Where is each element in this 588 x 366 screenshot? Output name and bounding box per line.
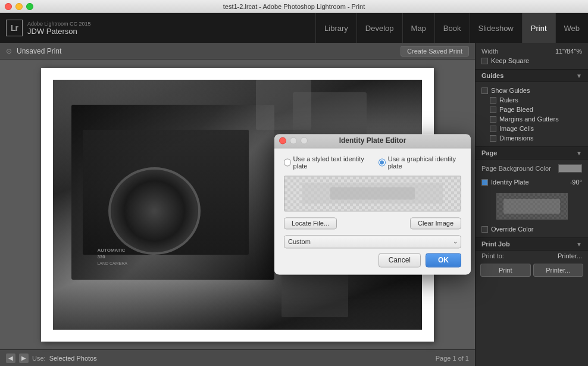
styled-text-label: Use a styled text identity plate (293, 155, 370, 170)
clear-image-button[interactable]: Clear Image (410, 217, 461, 229)
use-label: Use: (32, 355, 46, 362)
image-cells-checkbox[interactable] (490, 126, 496, 132)
page-section-header[interactable]: Page ▼ (476, 147, 588, 159)
graphical-option[interactable]: Use a graphical identity plate (379, 155, 461, 170)
minimize-button[interactable] (15, 3, 23, 10)
keep-square-label: Keep Square (491, 57, 529, 64)
page-bg-color-swatch[interactable] (558, 164, 582, 173)
custom-dropdown[interactable]: Custom (284, 235, 461, 248)
ok-button[interactable]: OK (426, 253, 461, 267)
width-value: 11"/84"% (555, 48, 582, 55)
modal-traffic-lights (279, 137, 308, 144)
create-saved-button[interactable]: Create Saved Print (401, 46, 469, 57)
user-name: JDW Paterson (27, 27, 91, 36)
dimensions-checkbox[interactable] (490, 135, 496, 142)
app-logo: Lr Adobe Lightroom CC 2015 JDW Paterson (6, 20, 91, 36)
traffic-lights (5, 3, 33, 10)
custom-select-wrapper: Custom (284, 235, 461, 248)
image-cells-label: Image Cells (499, 125, 534, 132)
right-panel: Width 11"/84"% Keep Square Guides ▼ Show… (475, 43, 588, 366)
close-button[interactable] (5, 3, 12, 10)
width-section: Width 11"/84"% Keep Square (476, 43, 588, 70)
app-version: Adobe Lightroom CC 2015 (27, 21, 91, 27)
modal-min-button[interactable] (290, 137, 297, 144)
nav-tabs: Library Develop Map Book Slideshow Print… (315, 13, 588, 43)
title-bar: test1-2.lrcat - Adobe Photoshop Lightroo… (0, 0, 588, 13)
tab-web[interactable]: Web (555, 13, 589, 43)
page-bleed-checkbox[interactable] (490, 107, 496, 113)
identity-plate-thumbnail[interactable] (496, 193, 568, 220)
styled-text-option[interactable]: Use a styled text identity plate (284, 155, 369, 170)
rulers-checkbox[interactable] (490, 97, 496, 104)
modal-titlebar: Identity Plate Editor (274, 134, 471, 148)
eye-icon: ⊙ (6, 47, 12, 55)
modal-file-row: Locate File... Clear Image (284, 217, 461, 229)
printer-button[interactable]: Printer... (533, 264, 584, 277)
print-job-header[interactable]: Print Job ▼ (476, 238, 588, 251)
print-job-label: Print Job (481, 240, 510, 248)
tab-slideshow[interactable]: Slideshow (470, 13, 522, 43)
print-job-arrow-icon: ▼ (576, 241, 582, 248)
show-guides-checkbox[interactable] (481, 87, 488, 94)
print-to-label: Print to: (481, 252, 504, 259)
prev-arrow[interactable]: ◀ (6, 354, 15, 363)
lr-badge: Lr (6, 20, 23, 36)
margins-gutters-checkbox[interactable] (490, 116, 496, 123)
tab-book[interactable]: Book (434, 13, 470, 43)
maximize-button[interactable] (26, 3, 33, 10)
canvas-toolbar: ⊙ Unsaved Print Create Saved Print (0, 43, 475, 60)
keep-square-checkbox[interactable] (481, 58, 488, 64)
tab-library[interactable]: Library (315, 13, 356, 43)
modal-radio-row: Use a styled text identity plate Use a g… (284, 155, 461, 170)
guides-arrow-icon: ▼ (576, 73, 582, 79)
identity-plate-editor-modal[interactable]: Identity Plate Editor Use a styled text … (274, 134, 471, 274)
page-label: Page (481, 149, 497, 157)
next-arrow[interactable]: ▶ (19, 354, 29, 363)
modal-body: Use a styled text identity plate Use a g… (274, 148, 471, 274)
override-color-label: Override Color (491, 226, 534, 233)
print-to-row: Print to: Printer... (476, 251, 588, 261)
graphical-radio[interactable] (379, 158, 386, 166)
override-color-checkbox[interactable] (481, 226, 488, 233)
cancel-button[interactable]: Cancel (379, 253, 421, 267)
page-bleed-label: Page Bleed (499, 106, 533, 113)
rulers-label: Rulers (499, 96, 518, 104)
width-label: Width (481, 48, 498, 55)
page-bg-color-label: Page Background Color (481, 165, 551, 172)
use-value[interactable]: Selected Photos (49, 355, 97, 362)
page-info: Page 1 of 1 (436, 355, 469, 362)
guides-content: Show Guides Rulers Page Bleed Margins an… (476, 82, 588, 147)
print-buttons-row: Print Printer... (476, 261, 588, 279)
app-info: Adobe Lightroom CC 2015 JDW Paterson (27, 21, 91, 36)
tab-print[interactable]: Print (522, 13, 555, 43)
modal-title: Identity Plate Editor (339, 136, 406, 145)
bottom-toolbar: ◀ ▶ Use: Selected Photos Page 1 of 1 (0, 349, 475, 366)
graphical-label: Use a graphical identity plate (388, 155, 461, 170)
show-guides-label: Show Guides (491, 87, 530, 94)
identity-plate-checkbox[interactable] (481, 179, 488, 186)
guides-label: Guides (481, 72, 503, 79)
locate-file-button[interactable]: Locate File... (284, 217, 337, 229)
guides-section-header[interactable]: Guides ▼ (476, 70, 588, 82)
canvas-title: Unsaved Print (17, 47, 61, 55)
tab-develop[interactable]: Develop (356, 13, 402, 43)
margins-gutters-label: Margins and Gutters (499, 115, 559, 123)
modal-close-button[interactable] (279, 137, 286, 144)
print-button[interactable]: Print (480, 264, 531, 277)
modal-dropdown-row: Custom (284, 235, 461, 248)
styled-text-radio[interactable] (284, 158, 291, 166)
modal-max-button[interactable] (301, 137, 308, 144)
page-content: Page Background Color Identity Plate -90… (476, 159, 588, 238)
modal-action-row: Cancel OK (284, 253, 461, 267)
page-arrow-icon: ▼ (576, 150, 582, 157)
tab-map[interactable]: Map (402, 13, 434, 43)
print-to-value: Printer... (558, 252, 582, 259)
dimensions-label: Dimensions (499, 134, 533, 142)
app-header: Lr Adobe Lightroom CC 2015 JDW Paterson … (0, 13, 588, 43)
identity-plate-value: -90° (570, 179, 582, 186)
modal-preview (284, 176, 461, 211)
identity-plate-label: Identity Plate (491, 179, 529, 186)
window-title: test1-2.lrcat - Adobe Photoshop Lightroo… (223, 3, 365, 10)
